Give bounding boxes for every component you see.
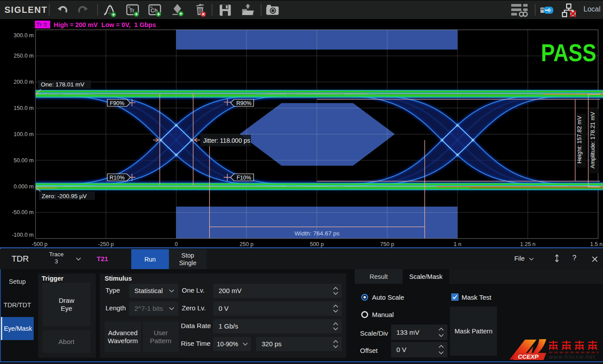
svg-text:Tr: Tr	[129, 8, 135, 14]
svg-text:High = 200 mV Low = 0V, 1 Gb: High = 200 mV Low = 0V, 1 Gbps	[54, 21, 156, 28]
svg-text:1.25 n: 1.25 n	[520, 241, 536, 247]
svg-text:Height: 157.82 mV: Height: 157.82 mV	[576, 116, 583, 164]
svg-text:1.5 n: 1.5 n	[590, 241, 603, 247]
svg-text:300.0 m: 300.0 m	[14, 32, 34, 39]
svg-text:0.000 m: 0.000 m	[14, 184, 34, 190]
svg-text:200.0 m: 200.0 m	[14, 79, 34, 85]
svg-text:750 p: 750 p	[380, 241, 394, 247]
svg-text:-500 p: -500 p	[32, 241, 47, 247]
svg-text:50.00 m: 50.00 m	[14, 157, 34, 164]
svg-text:1 n: 1 n	[454, 241, 461, 247]
svg-text:Jitter: 118.000 ps: Jitter: 118.000 ps	[203, 137, 250, 144]
svg-text:100.0 m: 100.0 m	[14, 131, 34, 137]
svg-text:F10%: F10%	[237, 175, 251, 181]
svg-text:500 p: 500 p	[310, 241, 324, 247]
svg-text:-250 p: -250 p	[98, 241, 114, 247]
svg-text:Width: 764.67 ps: Width: 764.67 ps	[294, 230, 340, 237]
svg-text:-50.00 m: -50.00 m	[12, 209, 34, 215]
svg-text:PASS: PASS	[541, 39, 596, 67]
svg-text:Tr 3: Tr 3	[36, 21, 47, 28]
svg-text:Amplitude: 178.21 mV: Amplitude: 178.21 mV	[589, 112, 596, 168]
svg-text:F90%: F90%	[110, 100, 125, 106]
svg-text:R90%: R90%	[236, 100, 251, 106]
svg-text:250 p: 250 p	[239, 241, 253, 247]
svg-text:Zero: -200.95 µV: Zero: -200.95 µV	[42, 193, 87, 200]
svg-text:One: 178.01 mV: One: 178.01 mV	[41, 81, 84, 88]
svg-text:-100.0 m: -100.0 m	[12, 232, 34, 238]
svg-text:250.0 m: 250.0 m	[14, 53, 34, 59]
svg-text:150.0 m: 150.0 m	[14, 105, 34, 111]
svg-text:0: 0	[175, 241, 178, 247]
svg-text:R10%: R10%	[110, 175, 125, 181]
